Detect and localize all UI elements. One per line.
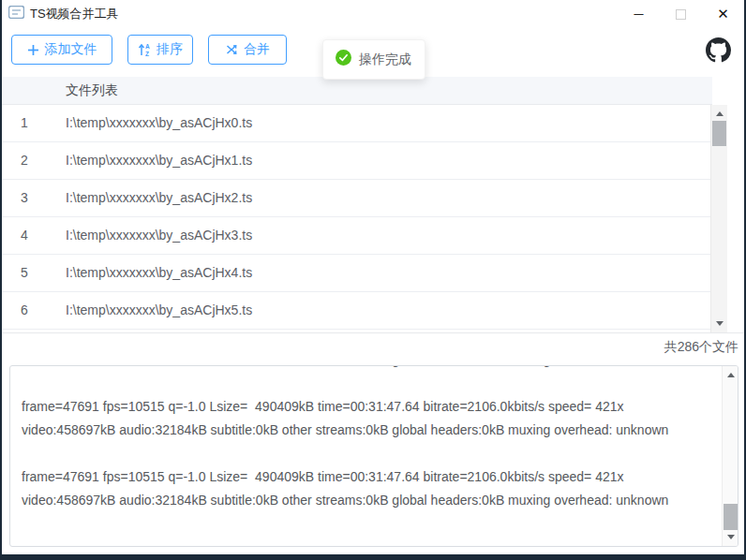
row-index: 3 xyxy=(21,180,28,216)
row-index: 2 xyxy=(21,142,28,179)
sort-az-icon: A Z xyxy=(138,43,151,56)
row-path: I:\temp\xxxxxxx\by_asACjHx4.ts xyxy=(66,255,252,291)
scrollbar-thumb[interactable] xyxy=(712,121,726,146)
add-files-button[interactable]: 添加文件 xyxy=(11,35,112,65)
row-index: 5 xyxy=(21,255,28,291)
log-line: video:458697kB audio:32184kB subtitle:0k… xyxy=(22,365,713,372)
title-bar: TS视频合并工具 ─ ✕ xyxy=(2,0,744,28)
success-check-icon xyxy=(336,50,351,69)
minimize-button[interactable]: ─ xyxy=(618,0,660,28)
file-row[interactable]: 1 I:\temp\xxxxxxx\by_asACjHx0.ts xyxy=(2,105,710,142)
log-output-area[interactable]: video:458697kB audio:32184kB subtitle:0k… xyxy=(9,365,739,547)
svg-text:A: A xyxy=(145,43,150,50)
file-row[interactable]: 4 I:\temp\xxxxxxx\by_asACjHx3.ts xyxy=(2,217,710,255)
sort-label: 排序 xyxy=(157,41,183,58)
merge-icon xyxy=(225,43,238,56)
log-line: frame=47691 fps=10515 q=-1.0 Lsize= 4904… xyxy=(22,465,713,489)
maximize-button[interactable] xyxy=(660,0,702,28)
log-line xyxy=(22,442,713,465)
row-path: I:\temp\xxxxxxx\by_asACjHx3.ts xyxy=(66,217,252,254)
file-list-header: 文件列表 xyxy=(2,77,712,105)
file-row[interactable]: 6 I:\temp\xxxxxxx\by_asACjHx5.ts xyxy=(2,292,710,330)
row-index: 1 xyxy=(21,105,28,141)
plus-icon xyxy=(27,44,39,56)
table-bottom-border xyxy=(2,332,744,333)
svg-text:Z: Z xyxy=(145,51,149,57)
window-controls: ─ ✕ xyxy=(618,0,744,28)
close-button[interactable]: ✕ xyxy=(702,0,744,28)
total-files-label: 共286个文件 xyxy=(664,339,739,356)
row-path: I:\temp\xxxxxxx\by_asACjHx0.ts xyxy=(66,105,252,141)
log-line: video:458697kB audio:32184kB subtitle:0k… xyxy=(22,419,713,442)
app-window: TS视频合并工具 ─ ✕ 添加文件 A xyxy=(0,0,746,560)
scroll-up-icon[interactable] xyxy=(716,111,724,116)
scroll-down-icon[interactable] xyxy=(727,535,735,539)
app-logo-icon xyxy=(8,6,24,22)
file-row[interactable]: 2 I:\temp\xxxxxxx\by_asACjHx1.ts xyxy=(2,142,710,180)
close-icon: ✕ xyxy=(717,6,729,22)
log-line xyxy=(22,372,713,395)
row-path: I:\temp\xxxxxxx\by_asACjHx2.ts xyxy=(66,180,252,216)
log-line: video:458697kB audio:32184kB subtitle:0k… xyxy=(22,489,713,512)
row-path: I:\temp\xxxxxxx\by_asACjHx5.ts xyxy=(66,292,252,329)
window-title: TS视频合并工具 xyxy=(30,6,119,22)
log-scrollbar[interactable] xyxy=(722,366,738,546)
log-text: video:458697kB audio:32184kB subtitle:0k… xyxy=(22,365,713,512)
scrollbar-thumb[interactable] xyxy=(724,504,738,530)
success-toast: 操作完成 xyxy=(322,39,425,80)
row-index: 4 xyxy=(21,217,28,254)
row-index: 6 xyxy=(21,292,28,329)
file-row[interactable]: 5 I:\temp\xxxxxxx\by_asACjHx4.ts xyxy=(2,255,710,292)
scroll-down-icon[interactable] xyxy=(716,321,724,326)
add-files-label: 添加文件 xyxy=(45,41,97,58)
log-line: frame=47691 fps=10515 q=-1.0 Lsize= 4904… xyxy=(22,395,713,419)
minimize-icon: ─ xyxy=(634,7,644,22)
merge-button[interactable]: 合并 xyxy=(208,35,287,65)
merge-label: 合并 xyxy=(244,41,270,58)
github-icon[interactable] xyxy=(706,37,731,63)
toast-message: 操作完成 xyxy=(359,52,411,68)
sort-button[interactable]: A Z 排序 xyxy=(127,35,193,65)
maximize-icon xyxy=(676,9,686,20)
scroll-up-icon[interactable] xyxy=(727,373,735,377)
file-list-header-label: 文件列表 xyxy=(66,77,118,104)
file-list-scrollbar[interactable] xyxy=(710,105,727,332)
file-row[interactable]: 3 I:\temp\xxxxxxx\by_asACjHx2.ts xyxy=(2,180,710,217)
row-path: I:\temp\xxxxxxx\by_asACjHx1.ts xyxy=(66,142,252,179)
